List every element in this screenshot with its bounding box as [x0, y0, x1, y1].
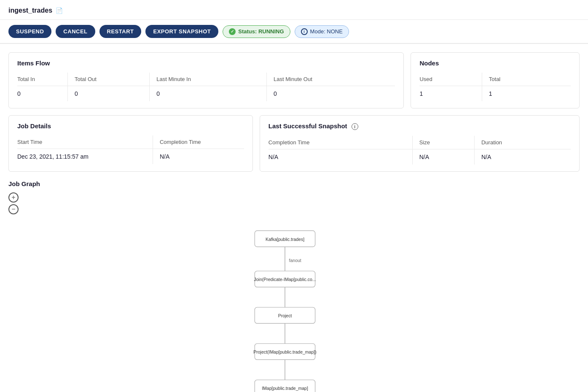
last-min-in-value: 0 [150, 86, 267, 102]
suspend-button[interactable]: SUSPEND [8, 25, 51, 38]
zoom-out-button[interactable]: − [8, 204, 19, 214]
col-total-out: Total Out [67, 73, 149, 86]
col-last-min-in: Last Minute In [150, 73, 267, 86]
snapshot-table: Completion Time Size Duration N/A N/A N/… [268, 136, 571, 165]
total-out-value: 0 [67, 86, 149, 102]
nodes-total-value: 1 [482, 86, 571, 102]
mode-badge: i Mode: NONE [295, 25, 349, 38]
items-flow-title: Items Flow [17, 59, 395, 67]
snapshot-info-icon: i [352, 123, 358, 130]
metrics-row: Items Flow Total In Total Out Last Minut… [8, 52, 580, 108]
status-icon [229, 28, 236, 35]
job-graph-title: Job Graph [8, 180, 580, 187]
total-in-value: 0 [17, 86, 67, 102]
main-content: Items Flow Total In Total Out Last Minut… [0, 44, 588, 392]
last-min-out-value: 0 [267, 86, 395, 102]
items-flow-card: Items Flow Total In Total Out Last Minut… [8, 52, 404, 108]
col-total-in: Total In [17, 73, 67, 86]
job-graph-section: Job Graph + − fanout Kafka[public.trades… [8, 180, 580, 392]
mode-label: Mode: NONE [310, 28, 343, 35]
restart-button[interactable]: RESTART [99, 25, 142, 38]
snap-duration-value: N/A [474, 149, 571, 165]
start-time-value: Dec 23, 2021, 11:15:57 am [17, 149, 153, 165]
items-flow-table: Total In Total Out Last Minute In Last M… [17, 73, 395, 101]
job-details-card: Job Details Start Time Completion Time D… [8, 115, 253, 172]
header: ingest_trades 📄 [0, 0, 588, 20]
snap-completion-value: N/A [268, 149, 412, 165]
snapshot-card: Last Successful Snapshot i Completion Ti… [260, 115, 580, 172]
col-snap-duration: Duration [474, 136, 571, 149]
col-completion-time: Completion Time [153, 135, 244, 149]
snapshot-title: Last Successful Snapshot i [268, 122, 571, 130]
toolbar: SUSPEND CANCEL RESTART EXPORT SNAPSHOT S… [0, 20, 588, 44]
status-badge: Status: RUNNING [223, 25, 290, 38]
info-icon: i [301, 28, 308, 35]
nodes-card: Nodes Used Total 1 1 [411, 52, 580, 108]
svg-text:Project(IMap[public.trade_map]: Project(IMap[public.trade_map]) [253, 349, 316, 354]
details-row: Job Details Start Time Completion Time D… [8, 115, 580, 172]
file-icon: 📄 [56, 7, 63, 14]
nodes-title: Nodes [419, 59, 571, 67]
snap-size-value: N/A [412, 149, 474, 165]
graph-canvas: fanout Kafka[public.trades] Join(Predica… [8, 219, 580, 392]
svg-text:Join(Predicate-IMap[public.co.: Join(Predicate-IMap[public.co... [254, 277, 316, 282]
zoom-in-button[interactable]: + [8, 192, 19, 203]
job-details-table: Start Time Completion Time Dec 23, 2021,… [17, 135, 244, 164]
svg-text:IMap[public.trade_map]: IMap[public.trade_map] [262, 386, 308, 391]
col-start-time: Start Time [17, 135, 153, 149]
completion-time-value: N/A [153, 149, 244, 165]
graph-controls: + − [8, 192, 580, 214]
col-snap-completion: Completion Time [268, 136, 412, 149]
svg-text:Kafka[public.trades]: Kafka[public.trades] [266, 237, 304, 242]
cancel-button[interactable]: CANCEL [56, 25, 95, 38]
job-details-title: Job Details [17, 122, 244, 130]
items-flow-row: 0 0 0 0 [17, 86, 395, 102]
col-used: Used [419, 73, 482, 86]
nodes-used-value: 1 [419, 86, 482, 102]
svg-text:Project: Project [278, 313, 292, 318]
graph-svg: fanout Kafka[public.trades] Join(Predica… [8, 219, 580, 392]
status-label: Status: RUNNING [238, 28, 284, 35]
col-snap-size: Size [412, 136, 474, 149]
col-last-min-out: Last Minute Out [267, 73, 395, 86]
page-title: ingest_trades [8, 7, 52, 14]
nodes-table: Used Total 1 1 [419, 73, 571, 101]
export-snapshot-button[interactable]: EXPORT SNAPSHOT [145, 25, 218, 38]
snapshot-row: N/A N/A N/A [268, 149, 571, 165]
job-details-row: Dec 23, 2021, 11:15:57 am N/A [17, 149, 244, 165]
svg-text:fanout: fanout [289, 258, 301, 263]
col-total: Total [482, 73, 571, 86]
nodes-row: 1 1 [419, 86, 571, 102]
